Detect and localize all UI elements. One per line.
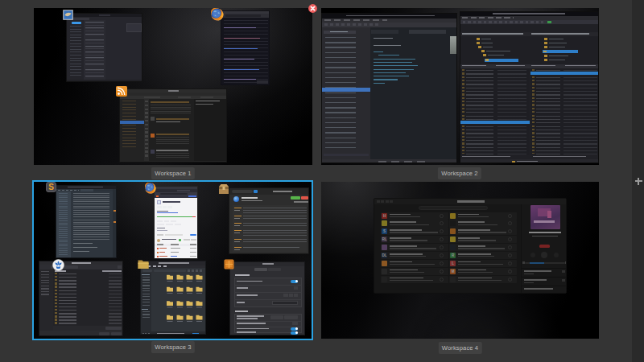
- svg-text:S: S: [48, 183, 54, 191]
